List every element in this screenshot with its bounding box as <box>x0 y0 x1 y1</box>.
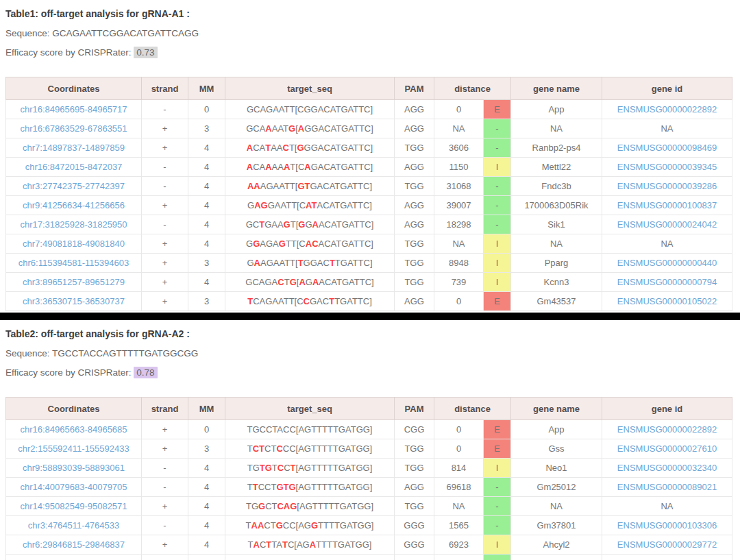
gene-id-cell: ENSMUSG00000027610 <box>602 439 732 459</box>
mismatch-base: A <box>312 219 319 230</box>
region-badge: I <box>484 254 511 273</box>
region-badge: I <box>484 234 511 254</box>
gene-id-link[interactable]: ENSMUSG00000000794 <box>617 277 717 287</box>
target-seq-cell: AAAGAATT[GTGACATGATTC] <box>225 177 395 196</box>
coordinate-link[interactable]: chr3:4764511-4764533 <box>28 520 120 531</box>
seq-text: CT <box>264 520 275 531</box>
gene-id-link[interactable]: ENSMUSG00000000440 <box>617 258 717 268</box>
coordinates-cell: chr16:84965695-84965717 <box>6 100 142 119</box>
mismatch-base: C <box>278 277 284 287</box>
seq-text: T[ <box>289 143 297 153</box>
gene-name-cell: Neo1 <box>511 459 602 478</box>
gene-id-link[interactable]: ENSMUSG00000022892 <box>617 104 717 114</box>
target-seq-cell: TCAGAATT[CCGACTTGATTC] <box>225 292 395 311</box>
gene-id-link[interactable]: ENSMUSG00000105022 <box>617 296 717 306</box>
gene-id-link[interactable]: ENSMUSG00000029772 <box>617 539 717 550</box>
gene-id-link[interactable]: ENSMUSG00000103306 <box>617 520 717 531</box>
coordinate-link[interactable]: chr7:14897837-14897859 <box>23 143 125 153</box>
coordinate-link[interactable]: chr6:115394581-115394603 <box>18 258 129 268</box>
pam-cell: TGG <box>395 439 434 459</box>
gene-id-link[interactable]: ENSMUSG00000022892 <box>617 424 717 435</box>
gene-id-cell: ENSMUSG00000098469 <box>602 138 732 158</box>
coordinate-link[interactable]: chr3:27742375-27742397 <box>23 181 125 191</box>
coordinate-link[interactable]: chr2:155592411-155592433 <box>18 443 129 454</box>
gene-id-link[interactable]: ENSMUSG00000032340 <box>617 463 717 473</box>
gene-id-cell: ENSMUSG00000022892 <box>602 100 732 119</box>
seq-text: C <box>260 539 266 550</box>
coordinate-link[interactable]: chr16:84965663-84965685 <box>20 424 127 435</box>
gene-name-cell: Mettl22 <box>511 158 602 177</box>
mismatch-base: C <box>276 443 282 454</box>
mismatch-base: A <box>284 162 290 172</box>
seq-text: CC[AG <box>283 520 311 531</box>
mismatch-base: AT <box>306 200 317 210</box>
gene-id-cell: NA <box>602 497 732 516</box>
coordinate-link[interactable]: chr9:41256634-41256656 <box>23 200 125 210</box>
mismatch-base: TG <box>260 463 272 473</box>
offtarget-row: chr14:40079683-40079705-4TTCCTGTG[AGTTTT… <box>6 478 732 497</box>
gene-id-link[interactable]: ENSMUSG00000098469 <box>617 143 717 153</box>
coordinate-link[interactable]: chr3:89651257-89651279 <box>23 277 125 287</box>
gene-id-link[interactable]: ENSMUSG00000100837 <box>617 200 717 210</box>
target-seq-cell: GCAGAATT[CGGACATGATTC] <box>225 100 395 119</box>
offtarget-row: chr17:31825928-31825950-4GCTGAAGT[GGAACA… <box>6 215 732 234</box>
coordinate-link[interactable]: chr9:58893039-58893061 <box>23 463 125 473</box>
gene-id-link[interactable]: ENSMUSG00000039286 <box>617 181 717 191</box>
distance-cell: NA <box>434 119 484 138</box>
distance-cell: 6923 <box>434 535 484 555</box>
seq-text: CA <box>253 162 265 172</box>
region-badge: - <box>484 497 511 516</box>
coordinates-cell: chr7:14897837-14897859 <box>6 138 142 158</box>
col-header-gene-name: gene name <box>511 77 602 100</box>
gene-name-cell: Gm37801 <box>511 516 602 535</box>
sequence-line: Sequence: GCAGAATTCGGACATGATTCAGG <box>5 28 735 38</box>
seq-text: GAA <box>264 219 283 230</box>
seq-text: G <box>246 239 253 249</box>
coordinate-link[interactable]: chr14:95082549-95082571 <box>20 501 127 511</box>
pam-cell: GGG <box>395 516 434 535</box>
gene-name-cell: Gm43537 <box>511 292 602 311</box>
pam-cell: AGG <box>395 119 434 138</box>
mm-cell: 4 <box>188 555 225 560</box>
sequence-line: Sequence: TGCCTACCAGTTTTTGATGGCGG <box>5 348 735 358</box>
coordinate-link[interactable]: chr7:49081818-49081840 <box>23 239 125 249</box>
mismatch-base: T <box>329 296 334 306</box>
pam-cell: TGG <box>395 273 434 292</box>
mm-cell: 4 <box>188 158 225 177</box>
seq-text: [AGTTTTTGATGG] <box>296 463 373 473</box>
sequence-value: TGCCTACCAGTTTTTGATGGCGG <box>52 348 198 358</box>
strand-cell: + <box>142 119 188 138</box>
sequence-label: Sequence: <box>5 348 50 358</box>
pam-cell: AGG <box>395 478 434 497</box>
mismatch-base: A <box>310 539 316 550</box>
mismatch-base: C <box>304 296 310 306</box>
coordinate-link[interactable]: chr17:31825928-31825950 <box>20 219 127 230</box>
coordinate-link[interactable]: chr6:29846815-29846837 <box>23 539 125 550</box>
coordinate-link[interactable]: chr14:40079683-40079705 <box>20 482 127 492</box>
gene-id-link[interactable]: ENSMUSG00000027610 <box>617 443 717 454</box>
offtarget-row: chr9:58893039-58893061-4TGTGTCCT[AGTTTTT… <box>6 459 732 478</box>
coordinate-link[interactable]: chr16:84965695-84965717 <box>20 104 127 114</box>
distance-cell: 18298 <box>434 215 484 234</box>
gene-id-cell: NA <box>602 119 732 138</box>
gene-id-link[interactable]: ENSMUSG00000089021 <box>617 482 717 492</box>
coordinate-link[interactable]: chr16:8472015-8472037 <box>25 162 123 172</box>
distance-cell: 1565 <box>434 516 484 535</box>
mm-cell: 4 <box>188 478 225 497</box>
gene-id-link[interactable]: ENSMUSG00000039345 <box>617 162 717 172</box>
offtarget-row: chr3:36530715-36530737+3TCAGAATT[CCGACTT… <box>6 292 732 311</box>
col-header-pam: PAM <box>395 77 434 100</box>
offtarget-row: chr7:49081818-49081840+4GGAGAGTT[CACACAT… <box>6 234 732 254</box>
seq-text: TA <box>271 539 282 550</box>
mismatch-base: A <box>299 277 305 287</box>
offtarget-row: chr16:84965695-84965717-0GCAGAATT[CGGACA… <box>6 100 732 119</box>
region-badge: - <box>484 215 511 234</box>
gene-id-link[interactable]: ENSMUSG00000024042 <box>617 219 717 230</box>
mismatch-base: C <box>283 143 289 153</box>
coordinate-link[interactable]: chr16:67863529-67863551 <box>20 123 127 134</box>
coordinate-link[interactable]: chr3:36530715-36530737 <box>23 296 125 306</box>
pam-cell: GGG <box>395 535 434 555</box>
gene-id-cell: ENSMUSG00000022892 <box>602 420 732 439</box>
offtarget-row: chr16:84965663-84965685+0TGCCTACC[AGTTTT… <box>6 420 732 439</box>
mismatch-base: C <box>278 463 284 473</box>
